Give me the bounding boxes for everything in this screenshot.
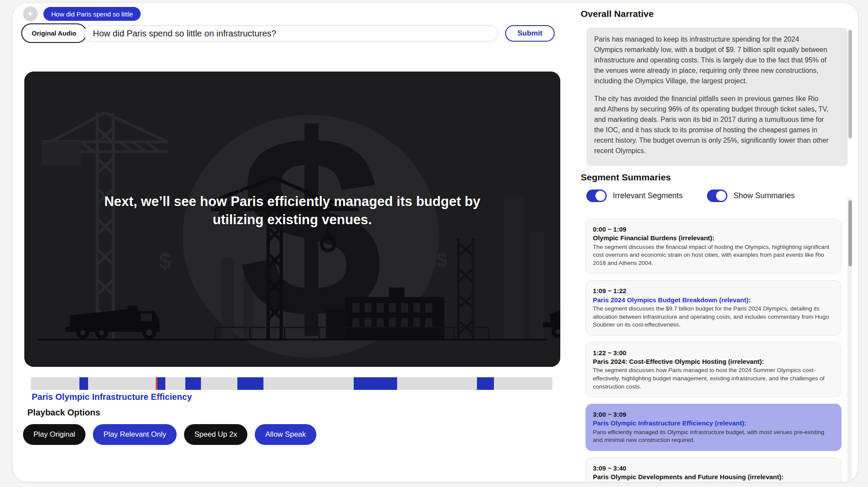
show-summaries-toggle[interactable] (707, 190, 727, 202)
segment-card[interactable]: 1:22 ~ 3:00Paris 2024: Cost-Effective Ol… (585, 342, 842, 397)
segment-summaries-heading: Segment Summaries (581, 172, 671, 183)
submit-button[interactable]: Submit (505, 25, 555, 42)
ground-line (37, 339, 547, 340)
playback-play-original-button[interactable]: Play Original (23, 424, 85, 445)
progress-relevant-segment[interactable] (237, 377, 263, 390)
toggle-row: Irrelevant Segments Show Summaries (586, 190, 795, 202)
progress-relevant-segment[interactable] (354, 377, 397, 390)
progress-relevant-segment[interactable] (158, 377, 165, 390)
segment-card[interactable]: 1:09 ~ 1:22Paris 2024 Olympics Budget Br… (585, 280, 842, 335)
segment-title: Paris Olympic Developments and Future Ho… (593, 473, 834, 481)
progress-relevant-segment[interactable] (185, 377, 201, 390)
segment-summary: Paris efficiently managed its Olympic in… (593, 428, 834, 445)
narrative-scrollbar[interactable] (848, 30, 852, 138)
app-window: + How did Paris spend so little Original… (12, 3, 858, 482)
segment-list: 0:00 ~ 1:09Olympic Financial Burdens (ir… (585, 219, 842, 482)
playback-speed-up-2x-button[interactable]: Speed Up 2x (184, 424, 247, 445)
playback-allow-speak-button[interactable]: Allow Speak (255, 424, 316, 445)
video-caption: Next, we’ll see how Paris efficiently ma… (89, 193, 496, 229)
narrative-box: Paris has managed to keep its infrastruc… (586, 28, 848, 166)
add-tab-button[interactable]: + (23, 7, 38, 21)
segment-summary: The segment discusses how Paris managed … (593, 366, 834, 391)
playback-options-heading: Playback Options (27, 408, 100, 418)
segment-time: 1:09 ~ 1:22 (593, 287, 834, 295)
segment-summary: The segment discusses the financial impa… (593, 243, 834, 268)
segment-list-scrollbar-track[interactable] (848, 198, 852, 480)
segment-time: 3:09 ~ 3:40 (593, 464, 834, 473)
progress-relevant-segment[interactable] (79, 377, 88, 390)
small-dollar-right: $ (437, 249, 447, 271)
segment-card[interactable]: 3:00 ~ 3:09Paris Olympic Infrastructure … (585, 404, 842, 451)
overall-narrative-heading: Overall Narrative (581, 9, 654, 19)
question-input[interactable] (84, 25, 498, 42)
segment-title: Paris Olympic Infrastructure Efficiency … (593, 419, 834, 428)
segment-title: Olympic Financial Burdens (irrelevant): (593, 234, 834, 242)
segment-time: 0:00 ~ 1:09 (593, 225, 834, 234)
narrative-paragraph: The city has avoided the financial pitfa… (594, 94, 829, 156)
playback-play-relevant-only-button[interactable]: Play Relevant Only (93, 424, 177, 445)
toggle-knob (716, 191, 726, 201)
segment-title: Paris 2024: Cost-Effective Olympic Hosti… (593, 357, 834, 366)
segment-title: Paris 2024 Olympics Budget Breakdown (re… (593, 296, 834, 304)
segment-time: 3:00 ~ 3:09 (593, 410, 834, 419)
dots-decoration: .... (228, 180, 248, 193)
progress-relevant-segment[interactable] (477, 377, 494, 390)
show-summaries-label: Show Summaries (733, 191, 795, 200)
narrative-paragraph: Paris has managed to keep its infrastruc… (594, 34, 829, 86)
segment-card[interactable]: 3:09 ~ 3:40Paris Olympic Developments an… (585, 458, 842, 482)
irrelevant-segments-label: Irrelevant Segments (613, 191, 683, 200)
segment-summary: The segment discusses the $9.7 billion b… (593, 305, 834, 329)
toggle-knob (595, 191, 605, 201)
crane-counterweight (42, 142, 81, 166)
playback-buttons: Play OriginalPlay Relevant OnlySpeed Up … (23, 424, 316, 445)
progress-bar[interactable] (31, 377, 552, 390)
video-title: Paris Olympic Infrastructure Efficiency (32, 392, 192, 402)
irrelevant-segments-toggle[interactable] (586, 190, 607, 202)
original-audio-button[interactable]: Original Audio (21, 23, 87, 43)
question-tab[interactable]: How did Paris spend so little (43, 7, 141, 21)
segment-list-scrollbar-thumb[interactable] (848, 200, 852, 266)
small-dollar-left: $ (159, 248, 171, 274)
segment-card[interactable]: 0:00 ~ 1:09Olympic Financial Burdens (ir… (585, 219, 842, 274)
video-player[interactable]: $ (24, 72, 560, 367)
segment-time: 1:22 ~ 3:00 (593, 349, 834, 357)
plus-icon: + (28, 8, 33, 20)
